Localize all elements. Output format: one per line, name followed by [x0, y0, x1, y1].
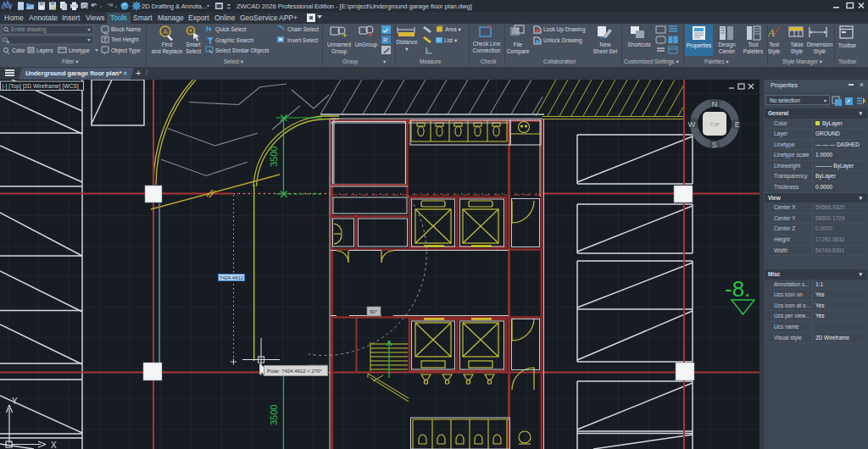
- svg-text:R: R: [383, 37, 387, 43]
- svg-text:A: A: [163, 28, 168, 36]
- svg-text:[-] [Top] [2D Wireframe] [WCS]: [-] [Top] [2D Wireframe] [WCS]: [3, 83, 79, 90]
- svg-text:W: W: [688, 119, 696, 129]
- svg-text:90°: 90°: [370, 309, 378, 314]
- svg-text:Y: Y: [12, 396, 18, 406]
- svg-text:TOP: TOP: [709, 122, 720, 127]
- svg-text:S: S: [712, 140, 717, 149]
- svg-text:+: +: [342, 31, 347, 40]
- svg-text:E: E: [735, 119, 740, 129]
- svg-text:3500: 3500: [269, 405, 279, 425]
- svg-text:-8.: -8.: [725, 276, 750, 302]
- svg-text:N: N: [712, 99, 718, 108]
- svg-text:3500: 3500: [269, 147, 279, 167]
- svg-text:A: A: [767, 26, 775, 39]
- svg-text:X: X: [51, 441, 57, 449]
